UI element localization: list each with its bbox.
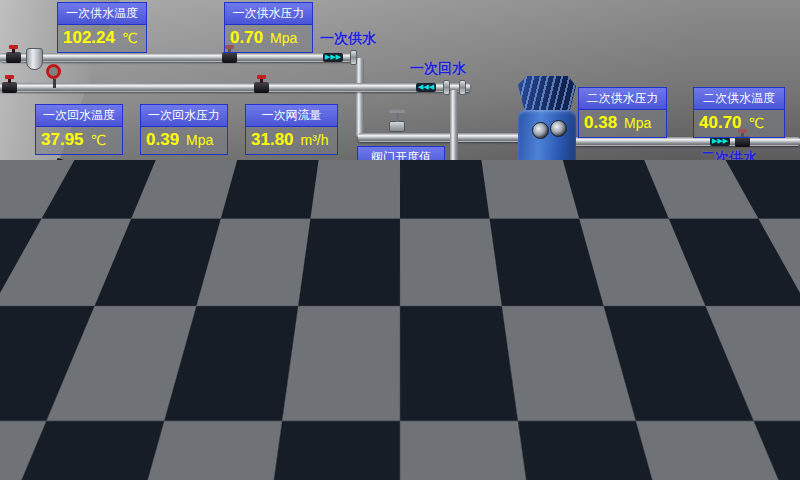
metric-primary-return-pressure: 一次回水压力 0.39Mpa: [140, 104, 228, 155]
tank-hatch: [83, 362, 125, 404]
metric-unit: ℃: [749, 272, 765, 288]
pipe-elbow: [430, 392, 438, 426]
flow-arrow-right-icon: ▶▶▶: [710, 137, 730, 146]
valve-return-branch[interactable]: [539, 311, 554, 322]
metric-unit: Mpa: [624, 115, 651, 131]
metric-unit: Mpa: [270, 30, 297, 46]
metric-title: 阀门开度值: [358, 147, 444, 169]
label-secondary-supply: 二次供水: [701, 149, 757, 167]
metric-unit: Mpa: [186, 132, 213, 148]
metric-value: 0.39: [146, 130, 179, 150]
valve-primary-supply-2[interactable]: [222, 52, 237, 63]
metric-title: 补水泵频率: [280, 375, 366, 397]
flow-arrow-right-icon: ▶▶▶: [580, 387, 600, 396]
hmi-screen: ▶▶▶ ◀◀◀ ▶▶▶ ◀◀◀ ◀◀◀ ◀◀◀ ▶▶▶: [0, 0, 800, 480]
metric-value: 102.24: [63, 28, 115, 48]
metric-tank-level: 水箱液位高度 1.10m³: [34, 299, 123, 350]
pipe-flange: [544, 327, 551, 342]
label-primary-supply: 一次供水: [320, 30, 376, 48]
metric-secondary-supply-pressure: 二次供水压力 0.38Mpa: [578, 87, 667, 138]
metric-unit: ℃: [122, 30, 138, 46]
pump-motor: [238, 308, 258, 334]
motorized-control-valve[interactable]: [389, 121, 405, 132]
metric-title: 一次回水压力: [141, 105, 227, 127]
metric-unit: m³/h: [301, 132, 329, 148]
pump-outlet: [261, 424, 276, 434]
metric-value: 1.10: [40, 325, 73, 345]
metric-title: 二次供水温度: [694, 88, 784, 110]
hx-port: [532, 122, 549, 139]
pipe-flange: [459, 80, 466, 95]
metric-valve-opening: 阀门开度值 5.92%: [357, 146, 445, 197]
metric-title: 水箱液位高度: [35, 300, 122, 322]
metric-title: 一次网流量: [246, 105, 337, 127]
valve-secondary-return[interactable]: [770, 295, 785, 306]
pipe-flange: [350, 50, 357, 65]
metric-value: 0.70: [230, 28, 263, 48]
hx-port: [550, 120, 567, 137]
pump-inlet: [404, 252, 419, 262]
pipe-primary-supply: [0, 53, 356, 62]
metric-title: 二次供水压力: [579, 88, 666, 110]
circulation-pump-1[interactable]: [410, 198, 462, 286]
metric-value: 37.95: [41, 130, 84, 150]
metric-title: 一次供水压力: [225, 3, 312, 25]
metric-makeup-pump-freq: 补水泵频率 33.88Hz: [279, 374, 367, 425]
pipe-primary-return: [0, 83, 470, 92]
pump-motor: [232, 372, 256, 402]
makeup-pump-2[interactable]: [218, 370, 270, 458]
valve-primary-return-2[interactable]: [254, 82, 269, 93]
metric-unit: %: [403, 174, 415, 190]
pump-outlet: [521, 252, 536, 262]
metric-value: 33.88: [285, 400, 328, 420]
hx-port: [547, 195, 564, 212]
label-primary-return: 一次回水: [410, 60, 466, 78]
pump-status-indicator: [245, 313, 252, 328]
flow-arrow-right-icon: ▶▶▶: [323, 53, 343, 62]
metric-primary-supply-pressure: 一次供水压力 0.70Mpa: [224, 2, 313, 53]
pump-status-indicator: [240, 378, 248, 396]
metric-value: 36.63: [699, 270, 742, 290]
pump-volute: [418, 244, 454, 266]
metric-secondary-return-temp: 二次回水温度 36.63℃: [693, 244, 785, 295]
pump-volute: [486, 244, 522, 266]
flow-arrow-left-icon: ◀◀◀: [490, 296, 510, 305]
metric-title: 二次回水压力: [579, 245, 666, 267]
metric-unit: Hz: [335, 402, 352, 418]
metric-title: 一次供水温度: [58, 3, 146, 25]
metric-primary-return-temp: 一次回水温度 37.95℃: [35, 104, 123, 155]
pipe-suction-manifold: [188, 364, 196, 428]
pipe-makeup: [330, 387, 652, 396]
pump-outlet: [263, 352, 276, 361]
pump-inlet: [212, 424, 227, 434]
valve-primary-supply-1[interactable]: [6, 52, 21, 63]
pump-volute: [226, 416, 262, 438]
metric-value: 0.38: [584, 113, 617, 133]
metric-unit: ℃: [91, 132, 107, 148]
handwheel-valve[interactable]: [46, 64, 61, 79]
valve-secondary-supply[interactable]: [735, 136, 750, 147]
flow-arrow-left-icon: ◀◀◀: [720, 296, 740, 305]
metric-value: 40.70: [699, 113, 742, 133]
filter-pot: [26, 48, 43, 70]
metric-value: 31.80: [251, 130, 294, 150]
valve-hx-inlet[interactable]: [497, 210, 511, 220]
pump-inlet: [472, 252, 487, 262]
valve-primary-return-1[interactable]: [2, 82, 17, 93]
pipe-makeup-riser: [644, 333, 652, 387]
metric-unit: ℃: [749, 115, 765, 131]
metric-unit: Mpa: [624, 272, 651, 288]
metric-primary-flow: 一次网流量 31.80m³/h: [245, 104, 338, 155]
metric-unit: m³: [80, 327, 96, 343]
pump-outlet: [453, 252, 468, 262]
pump-inlet: [221, 352, 234, 361]
tank-ladder: [142, 334, 162, 426]
label-secondary-return: 二次回水: [711, 307, 767, 325]
tank-hatch: [23, 363, 65, 405]
metric-secondary-return-pressure: 二次回水压力 0.27Mpa: [578, 244, 667, 295]
metric-title: 二次回水温度: [694, 245, 784, 267]
metric-secondary-supply-temp: 二次供水温度 40.70℃: [693, 87, 785, 138]
pump-motor: [424, 200, 448, 230]
pump-volute: [233, 345, 264, 364]
pipe-primary-supply-drop: [356, 58, 364, 137]
